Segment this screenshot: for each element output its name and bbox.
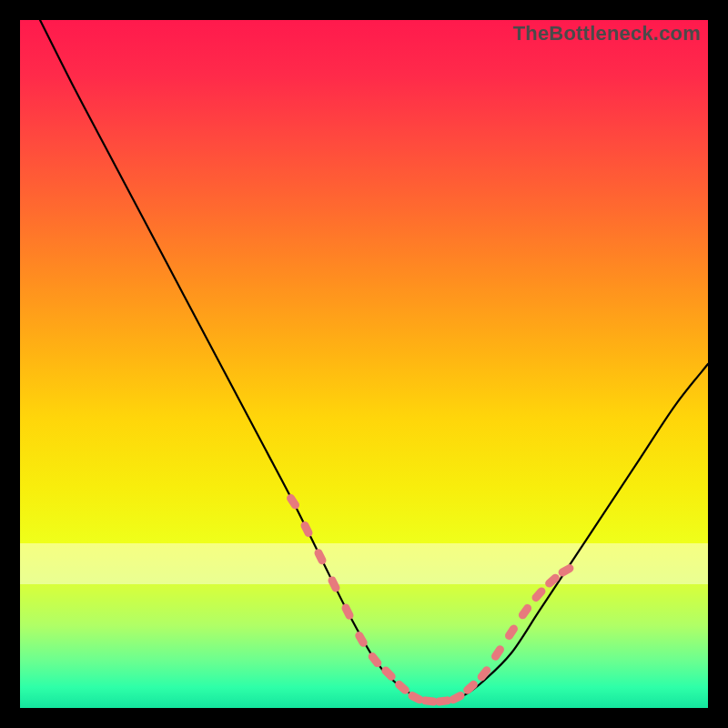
chart-stage: TheBottleneck.com (0, 0, 728, 728)
curve-marker (557, 562, 575, 578)
curve-marker (327, 575, 341, 593)
curve-marker (503, 623, 519, 642)
curve-marker (476, 664, 492, 682)
curve-marker (531, 586, 548, 603)
curve-marker (435, 696, 452, 706)
curve-marker (285, 492, 300, 511)
curve-marker (517, 602, 533, 621)
curve-marker (299, 520, 314, 538)
curve-layer (20, 20, 708, 708)
bottleneck-curve (40, 20, 708, 702)
curve-marker (313, 548, 328, 566)
curve-marker (379, 665, 397, 682)
marker-group (285, 492, 575, 706)
watermark-text: TheBottleneck.com (513, 22, 701, 46)
curve-marker (490, 644, 505, 662)
plot-area: TheBottleneck.com (20, 20, 708, 708)
curve-marker (367, 651, 383, 669)
curve-marker (340, 602, 355, 621)
